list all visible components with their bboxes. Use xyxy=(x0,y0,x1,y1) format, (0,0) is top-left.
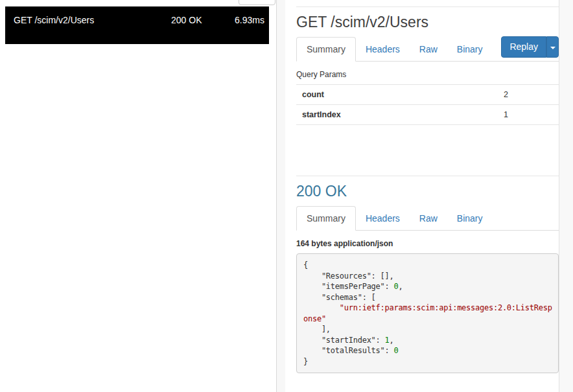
query-param-name: startIndex xyxy=(302,110,504,119)
code-line: "schemas": [ xyxy=(303,292,552,303)
tab-summary[interactable]: Summary xyxy=(296,37,356,62)
response-body-meta: 164 bytes application/json xyxy=(296,239,559,248)
tab-binary[interactable]: Binary xyxy=(447,207,493,230)
request-status-text: OK xyxy=(189,15,202,25)
replay-dropdown-button[interactable] xyxy=(546,36,559,58)
code-token-num: 0 xyxy=(394,346,399,355)
response-body-code: { "Resources": [], "itemsPerPage": 0, "s… xyxy=(296,253,559,373)
code-token-pln: , xyxy=(398,282,403,291)
query-params-heading: Query Params xyxy=(296,70,559,79)
request-list-panel: GET /scim/v2/Users 200 OK 6.93ms xyxy=(0,0,276,392)
request-detail-panel: GET /scim/v2/Users SummaryHeadersRawBina… xyxy=(285,0,559,392)
query-params-table: count2startIndex1 xyxy=(296,84,559,125)
request-list-item-selected[interactable]: GET /scim/v2/Users 200 OK 6.93ms xyxy=(5,6,269,44)
page-background-strip xyxy=(559,0,573,392)
tab-raw[interactable]: Raw xyxy=(410,38,447,61)
request-method-path: GET /scim/v2/Users xyxy=(9,14,171,27)
code-token-pln: "itemsPerPage": xyxy=(303,282,394,291)
response-tabs: SummaryHeadersRawBinary xyxy=(296,207,559,231)
code-token-pln: } xyxy=(303,357,308,366)
code-token-pln: "Resources": [], xyxy=(303,271,394,281)
request-status: 200 OK xyxy=(171,14,209,27)
code-line: ], xyxy=(303,324,552,335)
query-param-row: count2 xyxy=(296,84,559,105)
code-line: "urn:ietf:params:scim:api:messages:2.0:L… xyxy=(303,303,552,314)
query-param-row: startIndex1 xyxy=(296,105,559,125)
code-line: } xyxy=(303,356,552,367)
request-status-code: 200 xyxy=(171,15,186,25)
code-line: { xyxy=(303,260,552,271)
cutoff-filter-control[interactable] xyxy=(239,0,275,5)
code-token-pln: "startIndex": xyxy=(303,336,385,345)
request-title: GET /scim/v2/Users xyxy=(296,13,559,31)
tab-headers[interactable]: Headers xyxy=(356,207,410,230)
response-status-title: 200 OK xyxy=(296,182,559,200)
replay-button-group: Replay xyxy=(501,36,559,58)
code-token-pln: , xyxy=(390,336,394,345)
code-token-pln: "schemas": [ xyxy=(303,293,376,302)
code-token-pln: { xyxy=(303,260,308,270)
code-token-pln xyxy=(303,303,340,312)
code-token-str: onse" xyxy=(303,314,326,323)
tab-raw[interactable]: Raw xyxy=(410,207,447,230)
code-line: "itemsPerPage": 0, xyxy=(303,281,552,292)
query-param-name: count xyxy=(302,90,504,99)
code-line: onse" xyxy=(303,314,552,325)
code-token-str: "urn:ietf:params:scim:api:messages:2.0:L… xyxy=(340,303,552,312)
section-divider xyxy=(296,6,559,7)
section-divider xyxy=(296,176,559,176)
request-duration: 6.93ms xyxy=(209,14,264,27)
query-param-value: 1 xyxy=(504,110,553,119)
tab-binary[interactable]: Binary xyxy=(447,38,493,61)
replay-button[interactable]: Replay xyxy=(501,36,546,58)
code-token-pln: "totalResults": xyxy=(303,346,394,355)
query-param-value: 2 xyxy=(504,90,553,99)
code-token-pln: ], xyxy=(303,325,331,334)
code-line: "Resources": [], xyxy=(303,271,552,282)
code-line: "totalResults": 0 xyxy=(303,345,552,356)
code-token-num: 1 xyxy=(385,336,390,345)
panel-gutter xyxy=(277,0,285,392)
tab-summary[interactable]: Summary xyxy=(296,206,356,231)
code-line: "startIndex": 1, xyxy=(303,335,552,346)
request-tabs: SummaryHeadersRawBinary Replay xyxy=(296,38,559,62)
tab-headers[interactable]: Headers xyxy=(356,38,410,61)
caret-down-icon xyxy=(550,47,555,49)
